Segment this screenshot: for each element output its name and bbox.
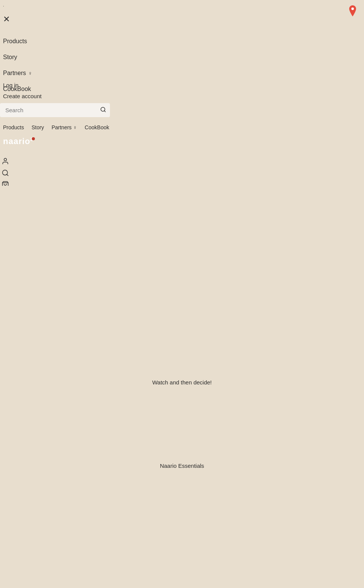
icon-group — [2, 157, 9, 190]
dot-decoration: . — [3, 3, 4, 7]
nav-item-partners[interactable]: Partners ♀ — [0, 65, 35, 81]
top-nav-products[interactable]: Products — [3, 124, 24, 130]
nav-item-story[interactable]: Story — [0, 49, 35, 65]
login-link[interactable]: Log in — [0, 80, 45, 91]
essentials-text: Naario Essentials — [8, 463, 356, 469]
top-nav-partners[interactable]: Partners ♀ — [52, 124, 77, 130]
user-icon[interactable] — [2, 157, 9, 167]
watch-section: Watch and then decide! — [0, 372, 364, 393]
main-content-area — [0, 186, 364, 489]
search-submit-button[interactable] — [100, 107, 106, 114]
top-nav-partners-gender-icon: ♀ — [73, 124, 77, 130]
top-nav-story[interactable]: Story — [31, 124, 44, 130]
search-container — [0, 103, 110, 117]
partners-gender-icon: ♀ — [28, 70, 32, 76]
close-button[interactable]: ✕ — [3, 15, 10, 24]
logo: naario2 — [3, 136, 33, 146]
svg-point-0 — [351, 8, 354, 10]
logo-text: naario2 — [3, 136, 33, 146]
location-pin-icon[interactable] — [347, 5, 358, 18]
create-account-link[interactable]: Create account — [0, 91, 45, 102]
auth-links: Log in Create account — [0, 80, 45, 102]
nav-item-products[interactable]: Products — [0, 33, 35, 49]
svg-line-5 — [7, 174, 8, 176]
svg-point-3 — [4, 158, 7, 161]
bottom-content-area — [0, 478, 364, 588]
top-nav-bar: Products Story Partners ♀ CookBook — [0, 121, 112, 133]
top-nav-cookbook[interactable]: CookBook — [85, 124, 109, 130]
logo-dot — [32, 137, 35, 140]
search-header-icon[interactable] — [2, 169, 9, 179]
svg-line-2 — [104, 111, 105, 112]
search-input[interactable] — [0, 103, 110, 117]
watch-text: Watch and then decide! — [8, 379, 356, 386]
essentials-section: Naario Essentials — [0, 455, 364, 477]
